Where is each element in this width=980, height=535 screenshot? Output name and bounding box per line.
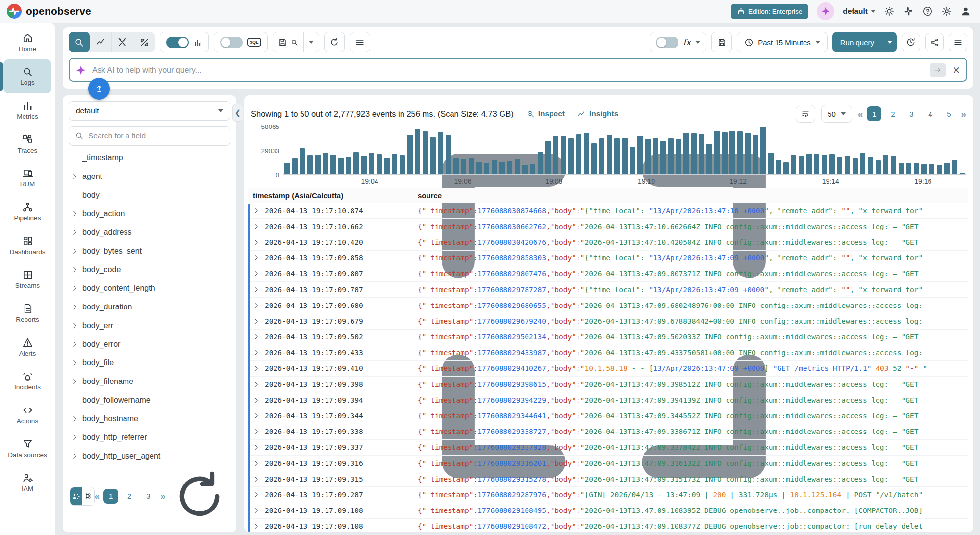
log-row[interactable]: 2026-04-13 19:17:09.337{"_timestamp":177… — [248, 440, 968, 456]
log-row[interactable]: 2026-04-13 19:17:09.433{"_timestamp":177… — [248, 345, 968, 361]
expand-row-icon[interactable] — [253, 223, 260, 230]
interesting-fields-button[interactable] — [133, 32, 155, 52]
ai-query-input[interactable] — [92, 66, 924, 75]
run-query-button[interactable]: Run query — [832, 32, 882, 52]
chevron-right-icon[interactable] — [71, 433, 78, 441]
expand-row-icon[interactable] — [253, 270, 260, 277]
log-row[interactable]: 2026-04-13 19:17:09.787{"_timestamp":177… — [248, 282, 968, 298]
page-number-1[interactable]: 1 — [103, 489, 118, 504]
log-row[interactable]: 2026-04-13 19:17:09.394{"_timestamp":177… — [248, 392, 968, 408]
log-row[interactable]: 2026-04-13 19:17:09.315{"_timestamp":177… — [248, 471, 968, 487]
log-row[interactable]: 2026-04-13 19:17:10.420{"_timestamp":177… — [248, 234, 968, 250]
expand-row-icon[interactable] — [253, 333, 260, 340]
log-row[interactable]: 2026-04-13 19:17:10.874{"_timestamp":177… — [248, 203, 968, 219]
field-item[interactable]: body_code — [69, 260, 230, 279]
expand-row-icon[interactable] — [253, 349, 260, 356]
field-item[interactable]: body_content_length — [69, 279, 230, 298]
stream-selector[interactable]: default — [69, 101, 230, 121]
sidebar-item-iam[interactable]: IAM — [3, 465, 51, 499]
chevron-right-icon[interactable] — [71, 340, 78, 348]
close-icon[interactable]: ✕ — [952, 64, 960, 76]
sql-mode-toggle[interactable] — [220, 37, 243, 48]
expand-row-icon[interactable] — [253, 491, 260, 498]
chevron-right-icon[interactable] — [71, 359, 78, 367]
field-item[interactable]: body_duration — [69, 298, 230, 316]
sidebar-item-pipelines[interactable]: Pipelines — [3, 195, 51, 229]
search-mode-button[interactable] — [69, 32, 90, 52]
expand-row-icon[interactable] — [253, 476, 260, 483]
field-item[interactable]: body_http_user_agent — [69, 447, 230, 461]
expand-row-icon[interactable] — [253, 207, 260, 214]
ai-send-button[interactable] — [930, 63, 946, 77]
expand-row-icon[interactable] — [253, 302, 260, 309]
ai-assistant-button[interactable] — [817, 2, 834, 20]
log-row[interactable]: 2026-04-13 19:17:10.662{"_timestamp":177… — [248, 219, 968, 234]
time-range-picker[interactable]: Past 15 Minutes — [737, 32, 828, 52]
sidebar-item-actions[interactable]: Actions — [3, 398, 51, 432]
expand-row-icon[interactable] — [253, 381, 260, 388]
expand-row-icon[interactable] — [253, 428, 260, 435]
field-search-input[interactable] — [88, 131, 224, 140]
tools-button[interactable] — [112, 32, 133, 52]
log-row[interactable]: 2026-04-13 19:17:09.679{"_timestamp":177… — [248, 313, 968, 329]
chevron-right-icon[interactable] — [71, 284, 78, 292]
field-item[interactable]: body_followername — [69, 391, 230, 409]
query-menu-button[interactable] — [350, 32, 370, 52]
log-row[interactable]: 2026-04-13 19:17:09.858{"_timestamp":177… — [248, 251, 968, 266]
sidebar-item-incidents[interactable]: Incidents — [3, 364, 51, 398]
results-menu-button[interactable] — [949, 33, 967, 51]
expand-row-icon[interactable] — [253, 444, 260, 451]
sidebar-item-traces[interactable]: Traces — [3, 127, 51, 161]
schema-fields-view-button[interactable] — [82, 487, 94, 505]
field-item[interactable]: agent — [69, 167, 230, 186]
chevron-right-icon[interactable] — [71, 452, 78, 460]
expand-row-icon[interactable] — [253, 397, 260, 404]
metrics-mode-button[interactable] — [90, 32, 112, 52]
chevron-right-icon[interactable] — [71, 229, 78, 236]
page-number-3[interactable]: 3 — [141, 489, 155, 504]
log-row[interactable]: 2026-04-13 19:17:09.108{"_timestamp":177… — [248, 519, 968, 532]
run-query-dropdown[interactable] — [882, 32, 897, 52]
sidebar-item-reports[interactable]: Reports — [3, 296, 51, 330]
org-selector[interactable]: default — [843, 7, 876, 16]
chevron-right-icon[interactable] — [71, 173, 78, 180]
saved-search-dropdown[interactable] — [303, 32, 319, 52]
last-page-icon[interactable]: » — [160, 491, 165, 501]
sidebar-item-alerts[interactable]: Alerts — [3, 330, 51, 364]
log-row[interactable]: 2026-04-13 19:17:09.344{"_timestamp":177… — [248, 408, 968, 424]
log-row[interactable]: 2026-04-13 19:17:09.338{"_timestamp":177… — [248, 424, 968, 440]
field-item[interactable]: body_action — [69, 204, 230, 223]
sidebar-item-streams[interactable]: Streams — [3, 262, 51, 296]
log-row[interactable]: 2026-04-13 19:17:09.807{"_timestamp":177… — [248, 266, 968, 282]
edition-badge[interactable]: Edition: Enterprise — [731, 4, 808, 19]
log-row[interactable]: 2026-04-13 19:17:09.680{"_timestamp":177… — [248, 298, 968, 313]
reset-query-button[interactable] — [324, 32, 345, 52]
chevron-right-icon[interactable] — [71, 322, 78, 330]
user-fields-view-button[interactable] — [70, 487, 82, 505]
slack-icon[interactable] — [903, 6, 914, 17]
sidebar-item-logs[interactable]: Logs — [3, 59, 51, 93]
log-row[interactable]: 2026-04-13 19:17:09.108{"_timestamp":177… — [248, 503, 968, 519]
expand-row-icon[interactable] — [253, 460, 260, 467]
chevron-down-icon[interactable] — [695, 41, 700, 44]
field-item[interactable]: body_filename — [69, 372, 230, 391]
sidebar-item-metrics[interactable]: Metrics — [3, 93, 51, 127]
ai-fab-button[interactable] — [88, 78, 110, 100]
expand-row-icon[interactable] — [253, 255, 260, 261]
chevron-right-icon[interactable] — [71, 303, 78, 311]
auto-refresh-button[interactable] — [902, 33, 920, 51]
field-item[interactable]: body_err — [69, 316, 230, 335]
expand-row-icon[interactable] — [253, 239, 260, 246]
field-item[interactable]: _timestamp — [69, 149, 230, 167]
expand-row-icon[interactable] — [253, 523, 260, 530]
chevron-right-icon[interactable] — [71, 210, 78, 218]
table-scrollbar[interactable] — [248, 204, 250, 532]
expand-row-icon[interactable] — [253, 412, 260, 419]
chevron-right-icon[interactable] — [71, 266, 78, 274]
field-item[interactable]: body_address — [69, 223, 230, 242]
help-icon[interactable] — [922, 6, 933, 17]
first-page-icon[interactable]: « — [95, 491, 99, 501]
theme-toggle-icon[interactable] — [884, 6, 895, 17]
log-row[interactable]: 2026-04-13 19:17:09.316{"_timestamp":177… — [248, 456, 968, 471]
field-item[interactable]: body_http_referrer — [69, 428, 230, 447]
